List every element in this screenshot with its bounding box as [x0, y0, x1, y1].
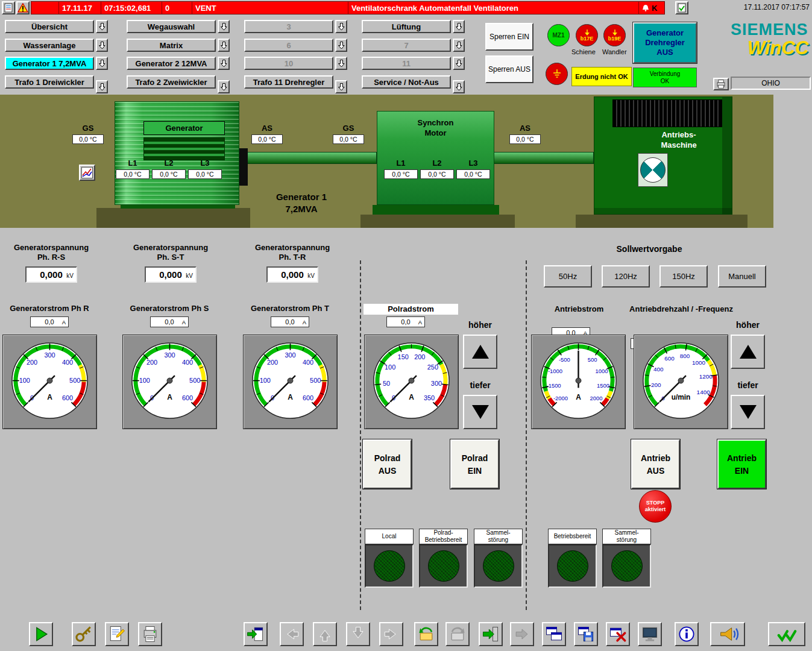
antrieb-hoeher-button[interactable] [731, 335, 765, 369]
toolbar-horn-button[interactable] [710, 622, 745, 646]
print-button[interactable] [713, 78, 729, 90]
setpoint-50hz-button[interactable]: 50Hz [544, 265, 592, 288]
toolbar-arrow-down-button[interactable] [346, 622, 370, 646]
schiene-label: Schiene [571, 48, 596, 55]
toolbar-new-note-button[interactable] [105, 622, 129, 646]
nav-button-7[interactable]: 7 [362, 39, 451, 52]
setpoint-manuell-button[interactable]: Manuell [718, 265, 766, 288]
nav-arrow-matrix[interactable] [218, 39, 230, 52]
toolbar-key-button[interactable] [72, 622, 96, 646]
alarm-ack-form-button[interactable] [675, 1, 688, 14]
down-arrow-icon [99, 42, 105, 49]
toolbar-save-button[interactable] [574, 622, 598, 646]
svg-text:100: 100 [139, 377, 150, 384]
lamp-label: Local [365, 529, 414, 544]
nav-button-wegauswahl[interactable]: Wegauswahl [127, 20, 216, 33]
alarm-ack-cell[interactable]: K [639, 2, 664, 14]
nav-arrow-wegauswahl[interactable] [218, 20, 230, 33]
motor-l2-temp: 0,0 °C [420, 169, 454, 179]
nav-arrow-7[interactable] [453, 39, 465, 52]
down-arrow-icon [456, 83, 462, 91]
alarm-list-button[interactable] [2, 1, 15, 14]
toolbar-arrow-up-button[interactable] [313, 622, 337, 646]
nav-button-service-not-aus[interactable]: Service / Not-Aus [362, 75, 451, 89]
toolbar-acknowledge-button[interactable] [768, 622, 805, 646]
down-arrow-icon [740, 405, 757, 419]
lamp-indicator [611, 550, 643, 582]
generator-drehregler-aus-button[interactable]: Generator Drehregler AUS [633, 22, 697, 63]
breaker-b19e[interactable]: b19E [603, 24, 626, 46]
antrieb-ein-button[interactable]: AntriebEIN [717, 439, 766, 489]
earth-switch-indicator[interactable] [546, 63, 568, 85]
current-label: Generatorstrom Ph S [124, 304, 215, 313]
setpoint-150hz-button[interactable]: 150Hz [659, 265, 708, 288]
nav-arrow-10[interactable] [335, 57, 347, 70]
nav-arrow-service-not-aus[interactable] [453, 80, 465, 93]
toolbar-arrow-right-button[interactable] [379, 622, 403, 646]
nav-button-6[interactable]: 6 [244, 39, 333, 52]
nav-arrow-6[interactable] [335, 39, 347, 52]
polrad-ein-button[interactable]: PolradEIN [450, 439, 499, 489]
toolbar-picture-select-button[interactable] [244, 622, 268, 646]
svg-text:500: 500 [588, 356, 597, 363]
nav-button-generator-1-7-2mva[interactable]: Generator 1 7,2MVA [5, 57, 94, 70]
toolbar-monitor-button[interactable] [638, 622, 662, 646]
nav-arrow-3[interactable] [335, 20, 347, 33]
nav-button-wasseranlage[interactable]: Wasseranlage [5, 39, 94, 52]
warning-icon [17, 3, 28, 13]
toolbar-picture-back-button[interactable] [414, 622, 438, 646]
toolbar-arrow-left-button[interactable] [280, 622, 304, 646]
polrad-tiefer-button[interactable] [463, 395, 497, 429]
toolbar-arrow-forward-button[interactable] [510, 622, 534, 646]
toolbar-info-button[interactable] [675, 622, 699, 646]
motor-as-temp: 0,0 °C [509, 134, 541, 144]
polrad-hoeher-button[interactable] [463, 335, 497, 369]
sperren-aus-button[interactable]: Sperren AUS [485, 55, 533, 83]
nav-arrow-übersicht[interactable] [96, 20, 108, 33]
svg-text:200: 200 [146, 359, 157, 366]
toolbar-windows-cascade-button[interactable] [542, 622, 566, 646]
nav-button-matrix[interactable]: Matrix [127, 39, 216, 52]
nav-arrow-trafo-11-drehregler[interactable] [335, 80, 347, 93]
antrieb-aus-button[interactable]: AntriebAUS [631, 439, 680, 489]
alarm-warning-button[interactable] [16, 1, 30, 14]
nav-arrow-wasseranlage[interactable] [96, 39, 108, 52]
quartered-circle-icon [640, 157, 666, 183]
nav-button-trafo-2-zweiwickler[interactable]: Trafo 2 Zweiwickler [127, 75, 216, 89]
antrieb-tiefer-button[interactable] [731, 395, 765, 429]
nav-button-10[interactable]: 10 [244, 57, 333, 70]
generator-fins [143, 137, 225, 160]
nav-button-11[interactable]: 11 [362, 57, 451, 70]
nav-arrow-11[interactable] [453, 57, 465, 70]
trend-button[interactable] [79, 165, 95, 181]
toolbar-picture-redo-button[interactable] [445, 622, 470, 646]
nav-arrow-lüftung[interactable] [453, 20, 465, 33]
toolbar-close-window-button[interactable] [606, 622, 630, 646]
current-value: 0,0 [45, 318, 54, 326]
nav-button-lüftung[interactable]: Lüftung [362, 20, 451, 33]
polrad-aus-button[interactable]: PolradAUS [363, 439, 412, 489]
svg-text:200: 200 [27, 359, 37, 366]
nav-button-trafo-1-dreiwickler[interactable]: Trafo 1 Dreiwickler [5, 75, 94, 89]
status-lamp-betriebsbereit: Betriebsbereit [548, 529, 597, 588]
generator-l2-temp: 0,0 °C [152, 169, 186, 179]
nav-arrow-generator-2-12mva[interactable] [218, 57, 230, 70]
nav-button-3[interactable]: 3 [244, 20, 333, 33]
nav-button-übersicht[interactable]: Übersicht [5, 20, 94, 33]
toolbar-start-button[interactable] [29, 622, 53, 646]
toolbar-report-button[interactable] [138, 622, 162, 646]
breaker-b17e[interactable]: b17E [576, 24, 598, 46]
indicator-mz1[interactable]: MZ1 [547, 24, 570, 46]
setpoint-120hz-button[interactable]: 120Hz [602, 265, 650, 288]
sperren-ein-button[interactable]: Sperren EIN [485, 23, 533, 51]
toolbar-exit-button[interactable] [479, 622, 503, 646]
current-unit: A [303, 319, 306, 326]
nav-arrow-trafo-2-zweiwickler[interactable] [218, 80, 230, 93]
pump-symbol [638, 153, 668, 187]
svg-text:500: 500 [189, 377, 200, 384]
svg-text:2000: 2000 [590, 395, 603, 401]
nav-button-generator-2-12mva[interactable]: Generator 2 12MVA [127, 57, 216, 70]
nav-arrow-trafo-1-dreiwickler[interactable] [96, 80, 108, 93]
nav-arrow-generator-1-7-2mva[interactable] [96, 57, 108, 70]
nav-button-trafo-11-drehregler[interactable]: Trafo 11 Drehregler [244, 75, 333, 89]
